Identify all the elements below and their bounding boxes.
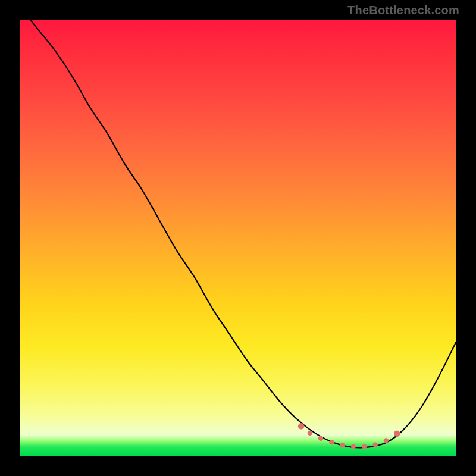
curve-svg xyxy=(20,20,456,456)
valley-marker xyxy=(351,444,356,449)
valley-marker xyxy=(340,443,345,447)
valley-marker xyxy=(384,438,389,443)
bottleneck-curve xyxy=(20,7,456,447)
valley-marker xyxy=(318,436,323,441)
valley-marker xyxy=(298,423,304,429)
valley-marker xyxy=(394,431,400,437)
valley-marker xyxy=(362,444,367,449)
valley-markers xyxy=(298,423,400,449)
chart-frame: TheBottleneck.com xyxy=(0,0,476,476)
valley-marker xyxy=(329,440,334,444)
valley-marker xyxy=(372,443,377,447)
valley-marker xyxy=(308,431,312,436)
plot-area xyxy=(20,20,456,456)
watermark-text: TheBottleneck.com xyxy=(347,4,459,17)
